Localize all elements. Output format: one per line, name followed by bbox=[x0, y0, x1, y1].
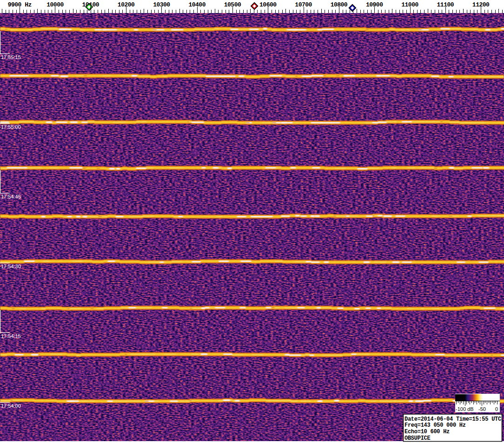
svg-text:-50: -50 bbox=[478, 406, 486, 412]
svg-text:17:54:00: 17:54:00 bbox=[1, 403, 21, 409]
svg-text:17:54:30: 17:54:30 bbox=[1, 264, 21, 269]
svg-text:10300: 10300 bbox=[153, 1, 170, 8]
svg-text:10000: 10000 bbox=[46, 1, 64, 8]
svg-text:Date=2014-06-04 Time=15:55 UTC: Date=2014-06-04 Time=15:55 UTC bbox=[405, 416, 501, 423]
svg-text:10200: 10200 bbox=[118, 1, 135, 8]
svg-text:17:54:45: 17:54:45 bbox=[1, 194, 21, 199]
svg-text:17:55:15: 17:55:15 bbox=[1, 54, 21, 60]
svg-text:-100 dB: -100 dB bbox=[456, 406, 474, 412]
svg-text:10900: 10900 bbox=[366, 1, 383, 8]
svg-text:11000: 11000 bbox=[401, 1, 418, 8]
svg-text:17:54:15: 17:54:15 bbox=[1, 333, 21, 339]
svg-text:0: 0 bbox=[495, 406, 498, 412]
svg-text:Freq=143 050 000 Hz: Freq=143 050 000 Hz bbox=[405, 422, 466, 429]
svg-text:10800: 10800 bbox=[331, 1, 348, 8]
svg-text:11200: 11200 bbox=[472, 1, 490, 8]
svg-text:OBSUPICE: OBSUPICE bbox=[405, 435, 431, 442]
svg-text:17:55:00: 17:55:00 bbox=[1, 124, 21, 130]
svg-text:9900 Hz: 9900 Hz bbox=[8, 1, 32, 8]
svg-text:10600: 10600 bbox=[259, 1, 277, 8]
svg-text:11100: 11100 bbox=[437, 1, 454, 8]
svg-text:10700: 10700 bbox=[295, 1, 312, 8]
svg-text:10500: 10500 bbox=[224, 1, 241, 8]
svg-text:10400: 10400 bbox=[188, 1, 206, 8]
svg-text:Echo=10 600 Hz: Echo=10 600 Hz bbox=[405, 429, 450, 435]
